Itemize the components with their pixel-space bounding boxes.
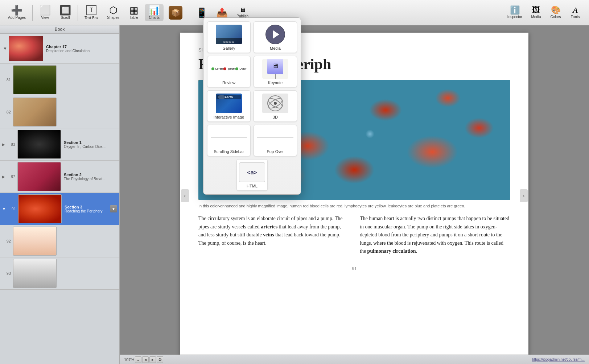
media-right-icon: 🖼	[532, 6, 540, 14]
review-line-3: Dolor	[235, 67, 246, 71]
doc-nav-left-arrow[interactable]: ‹	[181, 189, 189, 202]
page-87-arrow: ▶	[2, 175, 5, 179]
keynote-label: Keynote	[268, 80, 283, 85]
media-label: Media	[270, 46, 281, 50]
chapter-info: Chapter 17 Respiration and Circulation	[43, 45, 90, 53]
widget-menu-popup: Gallery Media Lorem Ipsum Dolor Revi	[203, 17, 301, 195]
sidebar-page-87[interactable]: ▶ 87 Section 2 The Physiology of Breat..…	[0, 161, 119, 193]
review-dot-red	[223, 67, 226, 70]
zoom-level: 107%	[124, 357, 134, 362]
keynote-thumbnail: 🖥	[262, 59, 288, 79]
scrolling-sidebar-thumbnail	[210, 128, 248, 148]
inspector-icon: ℹ️	[510, 6, 520, 14]
doc-nav-right-arrow[interactable]: ›	[520, 189, 528, 202]
review-line-1: Lorem	[211, 67, 224, 71]
widget-media-item[interactable]: Media	[254, 21, 297, 53]
widget-interactive-image-item[interactable]: earth Interactive Image	[207, 90, 251, 122]
review-dot-green-2	[235, 67, 238, 70]
toolbar-right-group: ℹ️ Inspector 🖼 Media 🎨 Colors A Fonts	[504, 5, 585, 20]
charts-button[interactable]: 📊 Charts	[145, 4, 164, 21]
media-thumbnail	[265, 25, 285, 44]
scrolling-sidebar-label: Scrolling Sidebar	[214, 149, 244, 154]
keynote-stand	[275, 74, 276, 79]
chapter-title: Chapter 17	[46, 45, 90, 49]
scroll-button[interactable]: 🔲 Scroll	[56, 4, 75, 21]
add-pages-icon: ➕	[11, 5, 22, 15]
page-82-thumbnail	[13, 98, 57, 127]
sidebar-page-93[interactable]: 93	[0, 257, 119, 290]
media-right-label: Media	[531, 15, 541, 19]
publish-icon: 🖥	[239, 7, 246, 13]
chapter-collapse-arrow[interactable]: ▼	[3, 46, 7, 51]
doc-col1-para1: The circulatory system is an elaborate c…	[198, 215, 349, 247]
page-87-section: Section 2	[64, 173, 106, 177]
table-icon: ▦	[129, 5, 139, 15]
html-thumbnail: <a>	[239, 162, 265, 182]
zoom-stepper[interactable]: ⌄	[135, 356, 141, 363]
widget-review-item[interactable]: Lorem Ipsum Dolor Review	[207, 56, 251, 87]
scroll-icon: 🔲	[59, 5, 71, 15]
widget-html-item[interactable]: <a> HTML	[236, 159, 268, 191]
ipad-preview-button[interactable]: 📱	[192, 7, 211, 19]
zoom-back-button[interactable]: ◂	[142, 356, 149, 363]
inspector-button[interactable]: ℹ️ Inspector	[504, 5, 526, 20]
fonts-button[interactable]: A Fonts	[566, 5, 585, 20]
doc-caption: In this color-enhanced and highly magnif…	[198, 203, 510, 209]
page-83-sub: Oxygen In, Carbon Diox...	[64, 145, 106, 149]
media-right-button[interactable]: 🖼 Media	[527, 5, 545, 20]
widget-gallery-item[interactable]: Gallery	[207, 21, 251, 53]
toolbar-separator-3	[189, 5, 189, 21]
toolbar-separator-2	[78, 5, 78, 21]
sidebar-page-83[interactable]: ▶ 83 Section 1 Oxygen In, Carbon Diox...	[0, 128, 119, 161]
shapes-button[interactable]: ⬡ Shapes	[103, 4, 123, 21]
doc-page-number: 91	[198, 266, 510, 271]
media-play-wrap	[266, 25, 285, 44]
sidebar-page-91[interactable]: ▼ 91 Section 3 Reaching the Periphery ▼	[0, 193, 119, 225]
page-91-info: Section 3 Reaching the Periphery	[62, 205, 103, 213]
fonts-icon: A	[573, 6, 577, 14]
page-87-sub: The Physiology of Breat...	[64, 177, 106, 181]
page-91-thumbnail	[18, 194, 62, 223]
textbox-button[interactable]: T Text Box	[81, 4, 102, 21]
media-box-icon: 📦	[169, 6, 182, 20]
sidebar-page-81[interactable]: 81	[0, 64, 119, 96]
widget-keynote-item[interactable]: 🖥 Keynote	[254, 56, 297, 87]
sidebar-page-92[interactable]: 92	[0, 225, 119, 257]
review-label: Review	[222, 80, 235, 85]
colors-button[interactable]: 🎨 Colors	[546, 5, 565, 20]
toolbar-separator-1	[32, 5, 33, 21]
zoom-forward-button[interactable]: ▸	[149, 356, 156, 363]
view-button[interactable]: ⬜ View	[36, 4, 54, 21]
page-91-sub: Reaching the Periphery	[65, 209, 103, 213]
document-scroll[interactable]: ‹ › SECTION 3 Reaching the Periphery In …	[120, 25, 589, 355]
sidebar-chapter-entry[interactable]: ▼ Chapter 17 Respiration and Circulation	[0, 34, 119, 64]
sidebar-pages-list: 81 82 ▶ 83 Section 1 Oxygen In, Carbon D…	[0, 64, 119, 364]
export-icon: 📤	[216, 8, 228, 17]
shapes-icon: ⬡	[109, 5, 118, 15]
add-pages-button[interactable]: ➕ Add Pages	[4, 4, 29, 21]
page-91-arrow: ▼	[2, 207, 6, 211]
review-dot-green	[211, 67, 214, 70]
fonts-label: Fonts	[571, 15, 580, 19]
page-91-down-arrow[interactable]: ▼	[110, 205, 117, 212]
html-label: HTML	[247, 184, 258, 188]
interactive-image-label: Interactive Image	[214, 115, 244, 119]
shapes-label: Shapes	[107, 16, 119, 20]
zoom-options-button[interactable]: ⚙	[157, 356, 163, 363]
sidebar-page-82[interactable]: 82	[0, 96, 119, 128]
status-url: https://ibopadmin.net/course/m...	[532, 357, 585, 361]
widget-3d-item[interactable]: 3D	[254, 90, 297, 122]
ipad-icon: 📱	[196, 8, 207, 17]
media-toolbar-button[interactable]: 📦	[165, 4, 186, 21]
3d-label: 3D	[273, 115, 278, 119]
table-button[interactable]: ▦ Table	[124, 4, 143, 21]
keynote-icon-group: 🖥	[267, 59, 283, 79]
page-91-section: Section 3	[65, 205, 103, 209]
page-87-thumbnail	[17, 162, 61, 191]
sidebar: Book ▼ Chapter 17 Respiration and Circul…	[0, 25, 120, 364]
export-button[interactable]: 📤	[213, 7, 231, 19]
widget-popover-item[interactable]: Pop-Over	[254, 125, 297, 156]
view-icon: ⬜	[39, 5, 51, 15]
sidebar-title: Book	[55, 27, 65, 32]
widget-scrolling-sidebar-item[interactable]: Scrolling Sidebar	[207, 125, 251, 156]
